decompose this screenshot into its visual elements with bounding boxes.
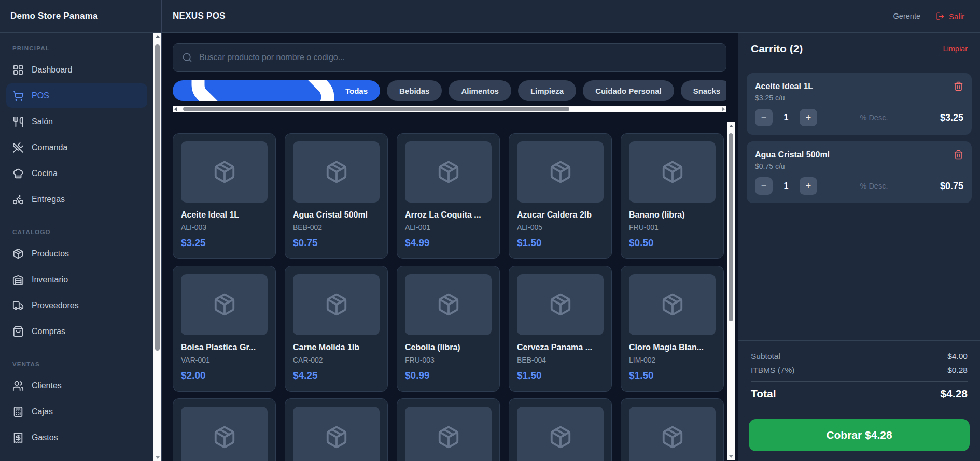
- category-chip-alimentos[interactable]: Alimentos: [449, 80, 511, 101]
- trash-icon: [954, 150, 963, 160]
- product-price: $2.00: [181, 369, 268, 382]
- sidebar-item-inventario[interactable]: Inventario: [6, 267, 147, 292]
- grid-scrollbar[interactable]: [727, 122, 735, 460]
- cart-item-name: Agua Cristal 500ml: [755, 150, 830, 160]
- category-chip-snacks[interactable]: Snacks: [681, 80, 726, 101]
- scroll-down-arrow-icon[interactable]: [153, 453, 161, 461]
- checkout-button[interactable]: Cobrar $4.28: [749, 419, 970, 451]
- sidebar-item-comanda[interactable]: Comanda: [6, 135, 147, 160]
- utensils-crossed-icon: [12, 142, 24, 153]
- product-price: $1.50: [517, 369, 604, 382]
- increase-qty-button[interactable]: +: [800, 109, 817, 126]
- scroll-right-arrow-icon[interactable]: [720, 106, 726, 112]
- discount-input[interactable]: [860, 113, 897, 122]
- category-chip-limpieza[interactable]: Limpieza: [518, 80, 576, 101]
- product-price: $0.50: [629, 237, 716, 249]
- sidebar-item-label: Cocina: [32, 169, 58, 178]
- decrease-qty-button[interactable]: −: [755, 109, 773, 126]
- product-image-placeholder: [293, 274, 380, 335]
- sidebar-item-label: Cajas: [32, 407, 53, 416]
- cart-item-controls: − 1 + $3.25: [755, 109, 963, 126]
- tax-row: ITBMS (7%) $0.28: [751, 363, 968, 377]
- grid-scrollbar-thumb[interactable]: [729, 133, 733, 321]
- truck-icon: [12, 300, 24, 311]
- sidebar-item-clientes[interactable]: Clientes: [6, 373, 147, 398]
- package-icon: [549, 160, 572, 184]
- cart-item-qty: 1: [779, 181, 793, 191]
- product-sku: ALI-003: [181, 223, 268, 232]
- package-icon: [213, 293, 236, 316]
- product-image-placeholder: [293, 141, 380, 203]
- cart-item-name: Aceite Ideal 1L: [755, 81, 813, 92]
- category-chip-label: Cuidado Personal: [595, 87, 662, 95]
- product-card[interactable]: [509, 398, 612, 461]
- decrease-qty-button[interactable]: −: [755, 177, 773, 195]
- category-chip-todas[interactable]: Todas: [173, 80, 380, 101]
- sidebar-item-entregas[interactable]: Entregas: [6, 187, 147, 211]
- sidebar-header: Demo Store Panama: [0, 0, 161, 33]
- product-card[interactable]: Arroz La Coquita ... ALI-001 $4.99: [397, 133, 500, 259]
- scroll-up-arrow-icon[interactable]: [727, 122, 735, 130]
- product-card[interactable]: Cloro Magia Blan... LIM-002 $1.50: [621, 266, 724, 392]
- cart-icon: [12, 90, 24, 102]
- products-area: Aceite Ideal 1L ALI-003 $3.25 Agua Crist…: [173, 120, 738, 461]
- sidebar-item-dashboard[interactable]: Dashboard: [6, 57, 147, 82]
- package-icon: [661, 425, 684, 449]
- horizontal-scrollbar[interactable]: [173, 106, 726, 112]
- product-card[interactable]: Azucar Caldera 2lb ALI-005 $1.50: [509, 133, 612, 259]
- package-icon: [325, 293, 348, 316]
- scroll-up-arrow-icon[interactable]: [153, 33, 161, 40]
- cart-title: Carrito (2): [751, 42, 803, 55]
- logout-button[interactable]: Salir: [936, 12, 964, 21]
- cart-item-qty: 1: [779, 113, 793, 122]
- product-card[interactable]: [173, 398, 276, 461]
- sidebar-scrollbar-thumb[interactable]: [155, 44, 160, 351]
- product-card[interactable]: Agua Cristal 500ml BEB-002 $0.75: [285, 133, 388, 259]
- cart-item-controls: − 1 + $0.75: [755, 177, 963, 195]
- product-card[interactable]: Carne Molida 1lb CAR-002 $4.25: [285, 266, 388, 392]
- scroll-left-arrow-icon[interactable]: [173, 106, 179, 112]
- sidebar-item-proveedores[interactable]: Proveedores: [6, 293, 147, 318]
- sidebar: Demo Store Panama PRINCIPAL Dashboard PO…: [0, 0, 162, 461]
- horizontal-scrollbar-thumb[interactable]: [183, 107, 569, 111]
- package-icon: [325, 160, 348, 184]
- user-role: Gerente: [893, 12, 920, 20]
- clear-cart-button[interactable]: Limpiar: [943, 45, 968, 53]
- category-chip-label: Alimentos: [461, 87, 499, 95]
- package-icon: [437, 160, 460, 184]
- cart-item-unit-price: $0.75 c/u: [755, 162, 963, 171]
- product-image-placeholder: [181, 274, 268, 335]
- sidebar-item-gastos[interactable]: Gastos: [6, 425, 147, 450]
- product-card[interactable]: Cebolla (libra) FRU-003 $0.99: [397, 266, 500, 392]
- scroll-down-arrow-icon[interactable]: [727, 452, 735, 460]
- sidebar-item-salon[interactable]: Salón: [6, 109, 147, 134]
- sidebar-item-cocina[interactable]: Cocina: [6, 161, 147, 185]
- sidebar-item-productos[interactable]: Productos: [6, 241, 147, 266]
- category-chip-bebidas[interactable]: Bebidas: [387, 80, 442, 101]
- product-image-placeholder: [517, 407, 604, 461]
- product-card[interactable]: [397, 398, 500, 461]
- sidebar-nav: PRINCIPAL Dashboard POS Salón Comanda Co…: [0, 33, 153, 461]
- product-card[interactable]: [285, 398, 388, 461]
- category-chip-label: Todas: [345, 87, 368, 95]
- sidebar-scrollbar[interactable]: [153, 33, 161, 461]
- remove-item-button[interactable]: [954, 81, 963, 91]
- package-icon: [661, 293, 684, 316]
- total-label: Total: [751, 386, 776, 401]
- search-input[interactable]: [199, 53, 717, 62]
- product-image-placeholder: [293, 407, 380, 461]
- increase-qty-button[interactable]: +: [800, 177, 817, 195]
- sidebar-item-compras[interactable]: Compras: [6, 319, 147, 343]
- category-chip-cuidado-personal[interactable]: Cuidado Personal: [583, 80, 674, 101]
- product-card[interactable]: Aceite Ideal 1L ALI-003 $3.25: [173, 133, 276, 259]
- product-card[interactable]: Bolsa Plastica Gr... VAR-001 $2.00: [173, 266, 276, 392]
- remove-item-button[interactable]: [954, 150, 963, 160]
- product-card[interactable]: Banano (libra) FRU-001 $0.50: [621, 133, 724, 259]
- sidebar-item-cajas[interactable]: Cajas: [6, 399, 147, 424]
- main-area: Todas Bebidas Alimentos Limpieza Cuidado…: [162, 33, 738, 461]
- discount-input[interactable]: [860, 182, 897, 190]
- product-card[interactable]: Cerveza Panama ... BEB-004 $1.50: [509, 266, 612, 392]
- warehouse-icon: [12, 274, 24, 285]
- sidebar-item-pos[interactable]: POS: [6, 83, 147, 108]
- product-card[interactable]: [621, 398, 724, 461]
